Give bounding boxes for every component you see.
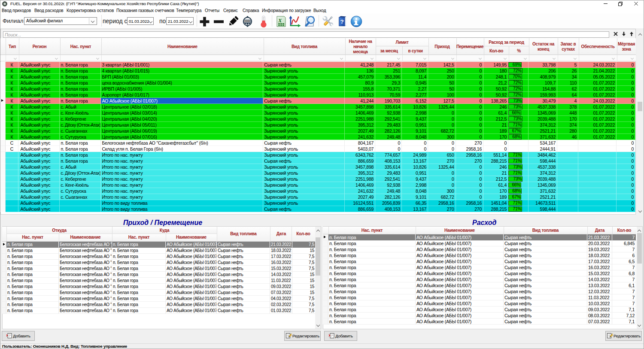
svg-text:?: ? <box>340 18 343 25</box>
svg-text:00000: 00000 <box>245 20 251 22</box>
svg-text:X: X <box>278 17 282 24</box>
